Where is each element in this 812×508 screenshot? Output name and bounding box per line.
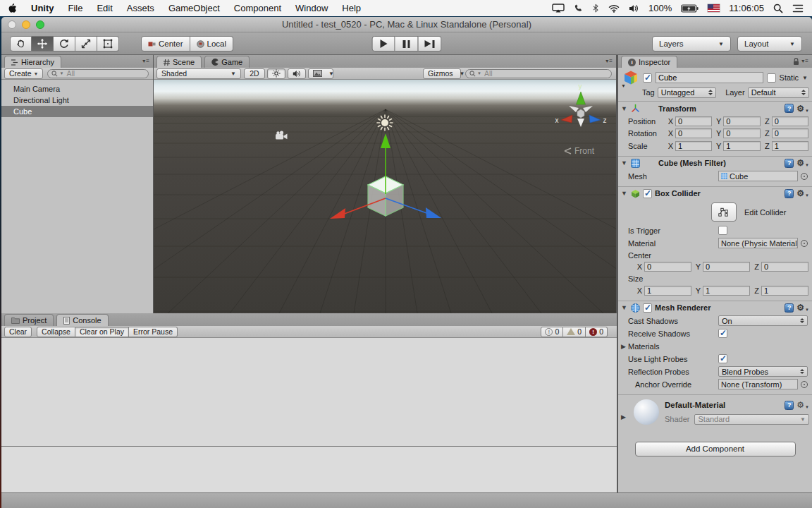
scale-z-field[interactable] bbox=[772, 141, 808, 151]
center-y-field[interactable] bbox=[703, 262, 750, 272]
expander-icon[interactable]: ▶ bbox=[621, 343, 628, 350]
material-preview-sphere[interactable] bbox=[634, 399, 659, 425]
minimize-button[interactable] bbox=[22, 20, 30, 29]
hierarchy-item-main-camera[interactable]: Main Camera bbox=[1, 83, 153, 95]
gizmo-cone-white[interactable] bbox=[569, 106, 579, 112]
collapse-button[interactable]: Collapse bbox=[37, 327, 75, 337]
orientation-gizmo[interactable]: y x z bbox=[555, 83, 607, 127]
input-language-flag-icon[interactable] bbox=[708, 4, 720, 12]
zoom-button[interactable] bbox=[36, 20, 44, 29]
panel-menu-icon[interactable]: ▾≡ bbox=[142, 58, 150, 64]
anchor-override-field[interactable]: None (Transform) bbox=[718, 379, 798, 389]
static-checkbox[interactable] bbox=[767, 73, 776, 83]
gear-icon[interactable]: ⚙▼ bbox=[796, 159, 809, 167]
menu-assets[interactable]: Assets bbox=[120, 0, 161, 16]
pivot-local-button[interactable]: Local bbox=[190, 36, 234, 52]
menu-help[interactable]: Help bbox=[335, 0, 368, 16]
scene-effects-dropdown[interactable]: ▼ bbox=[308, 68, 333, 79]
hierarchy-item-directional-light[interactable]: Directional Light bbox=[1, 95, 153, 106]
shader-dropdown[interactable]: Standard▼ bbox=[694, 414, 809, 425]
close-button[interactable] bbox=[8, 20, 16, 29]
move-gizmo-y-arrow[interactable] bbox=[381, 133, 390, 148]
info-count-badge[interactable]: !0 bbox=[541, 327, 563, 337]
move-gizmo-x-arrow[interactable] bbox=[330, 208, 345, 219]
menu-unity[interactable]: Unity bbox=[24, 0, 61, 16]
scene-lighting-toggle[interactable] bbox=[267, 68, 285, 79]
scene-search[interactable]: ▼ bbox=[465, 69, 612, 78]
rotation-x-field[interactable] bbox=[675, 128, 712, 138]
gizmo-cone-white[interactable] bbox=[583, 106, 593, 112]
toggle-2d-button[interactable]: 2D bbox=[244, 68, 265, 79]
tab-game[interactable]: Game bbox=[204, 56, 250, 68]
expander-icon[interactable]: ▼ bbox=[621, 159, 628, 167]
error-pause-button[interactable]: Error Pause bbox=[129, 327, 178, 337]
tab-scene[interactable]: Scene bbox=[156, 56, 202, 68]
move-tool-button[interactable] bbox=[32, 36, 54, 52]
menu-bar-clock[interactable]: 11:06:05 bbox=[729, 3, 764, 13]
hierarchy-search[interactable]: ▼ bbox=[47, 69, 149, 78]
tab-project[interactable]: Project bbox=[4, 314, 54, 326]
receive-shadows-checkbox[interactable] bbox=[718, 329, 727, 338]
console-detail-pane[interactable] bbox=[1, 447, 617, 492]
help-icon[interactable]: ? bbox=[785, 303, 794, 313]
tab-hierarchy[interactable]: Hierarchy bbox=[4, 56, 61, 68]
help-icon[interactable]: ? bbox=[785, 401, 794, 410]
view-direction-label[interactable]: Front bbox=[565, 146, 595, 156]
render-mode-dropdown[interactable]: Shaded▼ bbox=[156, 68, 241, 79]
move-gizmo-z-arrow[interactable] bbox=[426, 207, 441, 218]
scale-tool-button[interactable] bbox=[75, 36, 97, 52]
console-log-list[interactable] bbox=[1, 338, 617, 447]
play-button[interactable] bbox=[372, 36, 395, 52]
airplay-icon[interactable] bbox=[552, 4, 565, 13]
add-component-button[interactable]: Add Component bbox=[635, 442, 796, 456]
size-y-field[interactable] bbox=[703, 286, 750, 296]
tab-inspector[interactable]: i Inspector bbox=[621, 56, 677, 68]
use-light-probes-checkbox[interactable] bbox=[718, 354, 727, 363]
layer-dropdown[interactable]: Default bbox=[748, 87, 809, 98]
expander-icon[interactable]: ▶ bbox=[621, 413, 628, 421]
menu-window[interactable]: Window bbox=[288, 0, 335, 16]
object-name-field[interactable] bbox=[656, 72, 763, 83]
phone-icon[interactable] bbox=[574, 4, 583, 13]
apple-menu-icon[interactable] bbox=[0, 0, 24, 16]
physic-material-field[interactable]: None (Physic Material) bbox=[718, 238, 798, 248]
help-icon[interactable]: ? bbox=[785, 104, 794, 113]
hand-tool-button[interactable] bbox=[10, 36, 32, 52]
box-collider-enabled-checkbox[interactable] bbox=[643, 189, 652, 198]
panel-menu-icon[interactable]: ▾≡ bbox=[605, 58, 613, 64]
expander-icon[interactable]: ▼ bbox=[621, 105, 628, 112]
pivot-center-button[interactable]: Center bbox=[141, 36, 190, 52]
active-checkbox[interactable] bbox=[643, 73, 652, 83]
lock-icon[interactable] bbox=[793, 58, 799, 66]
center-x-field[interactable] bbox=[644, 262, 691, 272]
expander-icon[interactable]: ▼ bbox=[621, 190, 628, 197]
warning-count-badge[interactable]: 0 bbox=[563, 327, 586, 337]
search-filter-caret-icon[interactable]: ▼ bbox=[59, 71, 63, 75]
gizmos-dropdown[interactable]: Gizmos▼ bbox=[423, 68, 461, 79]
notification-center-icon[interactable] bbox=[792, 4, 804, 13]
volume-icon[interactable] bbox=[629, 4, 639, 13]
menu-file[interactable]: File bbox=[61, 0, 90, 16]
size-z-field[interactable] bbox=[761, 286, 808, 296]
center-z-field[interactable] bbox=[761, 262, 808, 272]
menu-component[interactable]: Component bbox=[227, 0, 288, 16]
scene-search-input[interactable] bbox=[483, 68, 608, 78]
object-picker-icon[interactable] bbox=[801, 381, 808, 388]
spotlight-search-icon[interactable] bbox=[773, 4, 783, 13]
mesh-object-field[interactable]: Cube bbox=[718, 171, 798, 181]
rotate-tool-button[interactable] bbox=[54, 36, 75, 52]
create-button[interactable]: Create▼ bbox=[4, 68, 43, 79]
tab-console[interactable]: Console bbox=[56, 314, 108, 326]
step-button[interactable] bbox=[419, 36, 442, 52]
wifi-icon[interactable] bbox=[608, 4, 620, 13]
rect-tool-button[interactable] bbox=[97, 36, 119, 52]
bluetooth-icon[interactable] bbox=[592, 4, 599, 13]
expander-icon[interactable]: ▼ bbox=[621, 83, 626, 88]
gizmo-cone-y[interactable] bbox=[577, 92, 586, 104]
edit-collider-button[interactable] bbox=[711, 202, 737, 222]
is-trigger-checkbox[interactable] bbox=[718, 226, 727, 235]
gizmo-center-cube[interactable] bbox=[577, 109, 584, 118]
hierarchy-item-cube[interactable]: Cube bbox=[1, 106, 153, 117]
panel-menu-icon[interactable]: ▾≡ bbox=[801, 58, 809, 64]
help-icon[interactable]: ? bbox=[785, 189, 794, 198]
